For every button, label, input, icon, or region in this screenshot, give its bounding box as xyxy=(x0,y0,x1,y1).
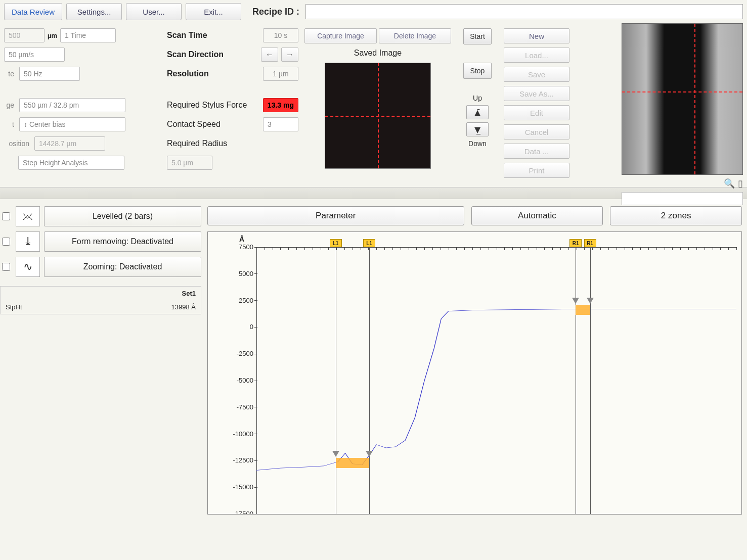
plot-xtick xyxy=(497,247,497,250)
plot-xtick xyxy=(456,247,457,250)
plot-region[interactable] xyxy=(576,305,590,315)
plot-xtick xyxy=(392,247,393,250)
plot-marker-l1[interactable]: L1 xyxy=(330,239,342,247)
plot-trace xyxy=(256,247,736,514)
recipe-saveas-button[interactable]: Save As... xyxy=(504,86,569,101)
plot-marker-l1[interactable]: L1 xyxy=(363,239,375,247)
plot-xtick xyxy=(280,247,281,250)
zones-tab[interactable]: 2 zones xyxy=(610,206,742,225)
plot-xtick xyxy=(552,247,553,250)
resolution-label: Resolution xyxy=(167,67,209,81)
plot-region-handle-icon[interactable] xyxy=(366,451,373,457)
scan-speed-select[interactable]: 50 µm/s xyxy=(4,48,65,62)
plot-ytick: -10000 xyxy=(223,430,253,438)
plot-xtick xyxy=(321,247,321,250)
zoom-button[interactable]: Zooming: Deactivated xyxy=(44,257,201,277)
resolution-value: 1 µm xyxy=(263,67,298,81)
plot-xtick xyxy=(617,247,617,250)
plot-y-unit: Å xyxy=(239,235,244,243)
recipe-new-button[interactable]: New xyxy=(504,28,569,43)
exit-button[interactable]: Exit... xyxy=(186,3,241,20)
plot-xtick xyxy=(361,247,361,250)
required-radius-input[interactable] xyxy=(167,156,212,170)
position-input[interactable] xyxy=(34,136,105,151)
plot-region[interactable] xyxy=(336,458,369,468)
plot-region-handle-icon[interactable] xyxy=(332,451,339,457)
contact-speed-select[interactable]: 3 xyxy=(263,117,298,131)
plot-xtick xyxy=(512,247,513,250)
scan-dir-left-button[interactable]: ← xyxy=(261,48,278,62)
profile-plot[interactable]: Å 7500500025000-2500-5000-7500-10000-125… xyxy=(207,231,742,515)
camera-crosshair-v-icon xyxy=(694,24,695,174)
settings-button[interactable]: Settings... xyxy=(66,3,122,20)
parameter-tab[interactable]: Parameter xyxy=(207,206,464,225)
plot-xtick xyxy=(648,247,649,250)
move-down-fast-button[interactable]: ▼̲ xyxy=(466,122,489,136)
capture-image-button[interactable]: Capture Image xyxy=(304,28,377,43)
result-name: StpHt xyxy=(6,303,135,311)
scan-length-unit: µm xyxy=(48,32,57,39)
plot-xtick xyxy=(472,247,473,250)
plot-xtick xyxy=(353,247,353,250)
range-select[interactable]: 550 µm / 32.8 pm xyxy=(19,98,125,112)
zoom-checkbox[interactable] xyxy=(2,263,10,271)
user-button[interactable]: User... xyxy=(126,3,182,20)
scan-dir-right-button[interactable]: → xyxy=(281,48,298,62)
saved-image-preview xyxy=(325,63,431,169)
plot-xtick xyxy=(504,247,505,250)
plot-xtick xyxy=(273,247,273,250)
plot-xtick xyxy=(713,247,713,250)
recipe-cancel-button[interactable]: Cancel xyxy=(504,124,569,139)
plot-region-handle-icon[interactable] xyxy=(572,298,579,304)
plot-xtick xyxy=(401,247,401,250)
camera-info-input[interactable] xyxy=(622,192,743,205)
recipe-print-button[interactable]: Print xyxy=(504,163,569,178)
zoom-icon[interactable]: 🔍 xyxy=(724,178,735,189)
bias-select[interactable]: ↕ Center bias xyxy=(19,117,125,131)
plot-xtick xyxy=(304,247,305,250)
recipe-load-button[interactable]: Load... xyxy=(504,48,569,63)
scan-times-select[interactable]: 1 Time xyxy=(60,28,116,42)
levelled-button[interactable]: Levelled (2 bars) xyxy=(44,206,201,226)
saved-image-label: Saved Image xyxy=(304,49,451,58)
recipe-save-button[interactable]: Save xyxy=(504,67,569,82)
form-checkbox[interactable] xyxy=(2,238,10,246)
plot-region-handle-icon[interactable] xyxy=(587,298,594,304)
plot-marker-r1[interactable]: R1 xyxy=(569,239,582,247)
plot-ytick: 5000 xyxy=(223,270,253,277)
plot-xtick xyxy=(449,247,449,250)
plot-xtick xyxy=(560,247,561,250)
plot-xtick xyxy=(409,247,409,250)
plot-ytick: -5000 xyxy=(223,377,253,384)
form-icon: ⤓ xyxy=(16,231,40,252)
plot-xtick xyxy=(384,247,385,250)
start-button[interactable]: Start xyxy=(463,28,492,44)
recipe-edit-button[interactable]: Edit xyxy=(504,105,569,120)
delete-image-button[interactable]: Delete Image xyxy=(379,28,451,43)
recipe-data-button[interactable]: Data ... xyxy=(504,144,569,159)
scan-length-input[interactable] xyxy=(4,28,45,42)
plot-xtick xyxy=(537,247,537,250)
plot-xtick xyxy=(344,247,345,250)
plot-marker-r1[interactable]: R1 xyxy=(584,239,596,247)
rate-partial-label: te xyxy=(4,70,16,78)
analysis-select[interactable]: Step Height Analysis xyxy=(18,156,124,170)
data-review-button[interactable]: Data Review xyxy=(4,3,62,20)
camera-settings-icon[interactable]: ▯ xyxy=(738,178,743,189)
recipe-id-input[interactable] xyxy=(305,4,743,19)
plot-xtick xyxy=(480,247,481,250)
stop-button[interactable]: Stop xyxy=(463,63,492,79)
form-button[interactable]: Form removing: Deactivated xyxy=(44,231,201,252)
scan-direction-label: Scan Direction xyxy=(167,48,224,62)
levelled-checkbox[interactable] xyxy=(2,212,10,220)
scan-freq-select[interactable]: 50 Hz xyxy=(19,67,80,81)
automatic-tab[interactable]: Automatic xyxy=(471,206,603,225)
tilt-partial-label: t xyxy=(4,120,16,128)
plot-ytick: 0 xyxy=(223,323,253,331)
results-set-header: Set1 xyxy=(135,290,196,297)
plot-xtick xyxy=(720,247,721,250)
plot-xtick xyxy=(736,247,737,250)
scan-time-value: 10 s xyxy=(263,28,298,42)
plot-xtick xyxy=(584,247,585,250)
move-up-fast-button[interactable]: ▲̄ xyxy=(466,105,489,119)
